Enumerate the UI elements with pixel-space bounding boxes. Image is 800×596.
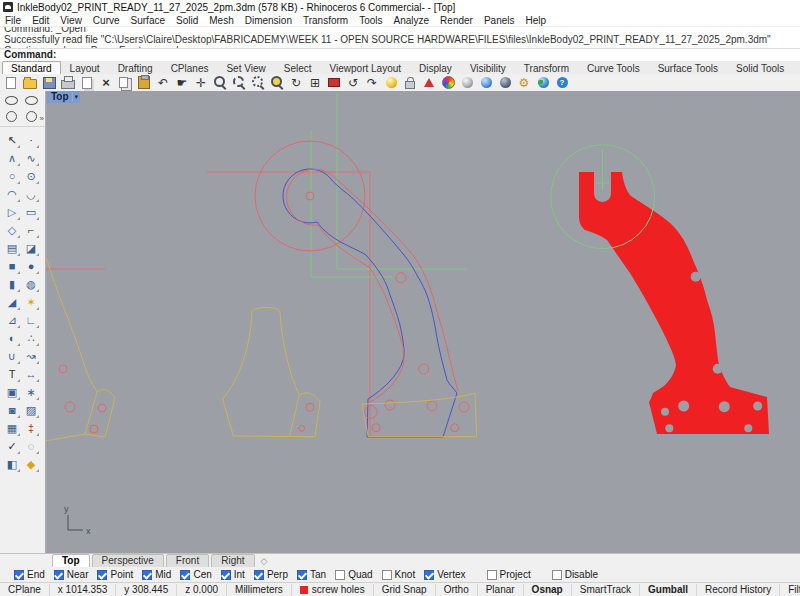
boolean-union-tool-icon[interactable]: ◙: [3, 401, 21, 419]
paste-icon[interactable]: [136, 75, 152, 90]
polygon-tool-icon[interactable]: ◇: [3, 221, 21, 239]
surface-tool-icon[interactable]: ▤: [3, 239, 21, 257]
menu-surface[interactable]: Surface: [131, 15, 165, 26]
checkbox[interactable]: [487, 570, 497, 580]
ellipse-tool-icon[interactable]: ⊙: [22, 167, 40, 185]
open-file-icon[interactable]: [22, 75, 38, 90]
new-viewport-icon[interactable]: ◇: [261, 556, 268, 566]
rendered-display-icon[interactable]: [478, 75, 494, 90]
checkbox[interactable]: [335, 570, 345, 580]
help-icon[interactable]: [554, 75, 570, 90]
copy-icon[interactable]: [117, 75, 133, 90]
text-tool-icon[interactable]: T: [3, 365, 21, 383]
yellow-part-middle[interactable]: [223, 308, 320, 438]
layer-state-icon[interactable]: [421, 75, 437, 90]
copy-page-icon[interactable]: [79, 75, 95, 90]
vertical-dimension-tool-icon[interactable]: ‡: [22, 419, 40, 437]
zoom-window-icon[interactable]: [231, 75, 247, 90]
checkbox[interactable]: [552, 570, 562, 580]
toolbar-tab-display[interactable]: Display: [410, 61, 461, 74]
rotate-view-tool-icon[interactable]: [3, 93, 20, 108]
menu-edit[interactable]: Edit: [32, 15, 49, 26]
undo-icon[interactable]: ↶: [155, 75, 171, 90]
red-circle-outline[interactable]: [255, 141, 365, 251]
fillet-tool-icon[interactable]: ⊿: [3, 311, 21, 329]
redo-view-icon[interactable]: ↷: [364, 75, 380, 90]
cut-icon[interactable]: ×: [98, 75, 114, 90]
check-tool-icon[interactable]: ✓: [3, 437, 21, 455]
toolbar-tab-mesh-tools[interactable]: Mesh Tools: [793, 61, 800, 74]
polyline-tool-icon[interactable]: ∧: [3, 149, 21, 167]
osnap-mid[interactable]: Mid: [142, 569, 171, 580]
osnap-point[interactable]: Point: [97, 569, 133, 580]
checkbox[interactable]: [221, 570, 231, 580]
toggle-record-history[interactable]: Record History: [697, 584, 780, 596]
command-history[interactable]: Command: _Open Successfully read file "C…: [0, 26, 800, 49]
checkbox[interactable]: [180, 570, 190, 580]
print-icon[interactable]: [60, 75, 76, 90]
world-globe-icon[interactable]: [535, 75, 551, 90]
viewport-tab-top[interactable]: Top: [52, 554, 90, 568]
xray-display-icon[interactable]: [497, 75, 513, 90]
lamp-display-icon[interactable]: [383, 75, 399, 90]
toolbar-tab-set-view[interactable]: Set View: [217, 61, 274, 74]
boolean-splash-tool-icon[interactable]: ✶: [22, 293, 40, 311]
undo-view-icon[interactable]: ↺: [345, 75, 361, 90]
orbit-view-tool-icon[interactable]: [23, 109, 40, 124]
checkbox[interactable]: [254, 570, 264, 580]
arc-tool-icon[interactable]: ◠: [3, 185, 21, 203]
freeform-tool-icon[interactable]: ▷: [3, 203, 21, 221]
cylinder-tool-icon[interactable]: ▮: [3, 275, 21, 293]
menu-dimension[interactable]: Dimension: [245, 15, 292, 26]
toolbar-tab-standard[interactable]: Standard: [2, 61, 61, 74]
viewport-tab-front[interactable]: Front: [166, 554, 209, 568]
checkbox[interactable]: [297, 570, 307, 580]
toolbar-tab-cplanes[interactable]: CPlanes: [162, 61, 218, 74]
rotate-view-icon[interactable]: ↻: [288, 75, 304, 90]
save-file-icon[interactable]: [41, 75, 57, 90]
checkbox[interactable]: [382, 570, 392, 580]
checkbox[interactable]: [424, 570, 434, 580]
menu-curve[interactable]: Curve: [93, 15, 120, 26]
viewport-title[interactable]: Top ▾: [47, 91, 80, 103]
pan-view-icon[interactable]: ☛: [174, 75, 190, 90]
checkbox[interactable]: [142, 570, 152, 580]
overflow-chevron-icon[interactable]: »: [40, 114, 44, 123]
dimension-tool-icon[interactable]: ↔: [22, 365, 40, 383]
options-gear-icon[interactable]: ⚙: [516, 75, 532, 90]
osnap-cen[interactable]: Cen: [180, 569, 211, 580]
units-selector[interactable]: Millimeters: [227, 584, 292, 596]
checkbox[interactable]: [97, 570, 107, 580]
toolbar-tab-solid-tools[interactable]: Solid Tools: [727, 61, 793, 74]
zoom-view-tool-icon[interactable]: [3, 109, 20, 124]
color-wheel-icon[interactable]: [440, 75, 456, 90]
menu-analyze[interactable]: Analyze: [394, 15, 430, 26]
menu-tools[interactable]: Tools: [359, 15, 382, 26]
group-tool-icon[interactable]: ◐: [3, 329, 21, 347]
shaded-display-icon[interactable]: [459, 75, 475, 90]
toolbar-tab-visibility[interactable]: Visibility: [461, 61, 515, 74]
block-tool-icon[interactable]: ▣: [3, 383, 21, 401]
layer-tool-icon[interactable]: ◆: [22, 455, 40, 473]
toolbar-tab-drafting[interactable]: Drafting: [109, 61, 162, 74]
rebuild-tool-icon[interactable]: ↝: [22, 347, 40, 365]
rectangle-tool-icon[interactable]: ▭: [22, 203, 40, 221]
point-tool-icon[interactable]: ·: [22, 131, 40, 149]
toolbar-tab-transform[interactable]: Transform: [515, 61, 578, 74]
select-tool-icon[interactable]: ↖: [3, 131, 21, 149]
checkbox[interactable]: [54, 570, 64, 580]
zoom-extents-icon[interactable]: [269, 75, 285, 90]
zoom-dynamic-icon[interactable]: [212, 75, 228, 90]
menu-transform[interactable]: Transform: [303, 15, 348, 26]
toolbar-tab-surface-tools[interactable]: Surface Tools: [649, 61, 727, 74]
circle-tool-icon[interactable]: ○: [3, 167, 21, 185]
explode-tool-icon[interactable]: ∗: [22, 383, 40, 401]
toggle-smarttrack[interactable]: SmartTrack: [572, 584, 640, 596]
osnap-tan[interactable]: Tan: [297, 569, 326, 580]
osnap-int[interactable]: Int: [221, 569, 245, 580]
blend-tool-icon[interactable]: ∪: [3, 347, 21, 365]
toggle-grid-snap[interactable]: Grid Snap: [374, 584, 436, 596]
patch-tool-icon[interactable]: ◪: [22, 239, 40, 257]
chamfer-tool-icon[interactable]: ∟: [22, 311, 40, 329]
osnap-vertex[interactable]: Vertex: [424, 569, 465, 580]
